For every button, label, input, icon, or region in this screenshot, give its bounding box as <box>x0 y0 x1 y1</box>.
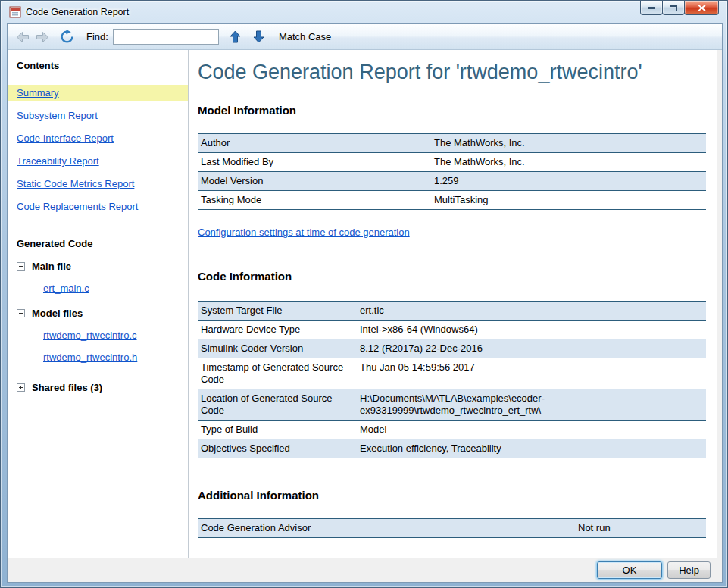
row-value: The MathWorks, Inc. <box>431 153 706 172</box>
maximize-icon <box>670 5 677 11</box>
table-row: Hardware Device Type Intel->x86-64 (Wind… <box>198 321 706 339</box>
table-row: Author The MathWorks, Inc. <box>198 134 706 153</box>
maximize-button[interactable] <box>662 1 685 15</box>
sidebar-item-subsystem-report[interactable]: Subsystem Report <box>8 108 188 124</box>
configuration-settings-row: Configuration settings at time of code g… <box>198 227 706 238</box>
client-area: Find: Match Case Contents Summ <box>7 23 723 583</box>
row-label: Author <box>198 134 431 153</box>
code-generation-report-window: Code Generation Report <box>0 0 728 588</box>
down-arrow-icon <box>253 30 264 43</box>
file-link-rtwdemo-rtwecintro-c[interactable]: rtwdemo_rtwecintro.c <box>43 330 137 341</box>
minimize-button[interactable] <box>640 1 663 15</box>
row-value: The MathWorks, Inc. <box>431 134 706 153</box>
contents-sidebar: Contents Summary Subsystem Report Code I… <box>8 50 189 558</box>
static-code-metrics-report-link[interactable]: Static Code Metrics Report <box>17 178 134 189</box>
find-toolbar: Find: Match Case <box>8 24 722 50</box>
code-interface-report-link[interactable]: Code Interface Report <box>17 133 114 144</box>
table-row: Timestamp of Generated Source Code Thu J… <box>198 358 706 389</box>
window-title: Code Generation Report <box>26 7 129 17</box>
code-information-table: System Target File ert.tlc Hardware Devi… <box>198 301 706 458</box>
table-row: System Target File ert.tlc <box>198 302 706 321</box>
find-label: Find: <box>86 31 108 42</box>
refresh-icon <box>60 30 74 44</box>
row-value: 8.12 (R2017a) 22-Dec-2016 <box>357 339 706 358</box>
row-label: Tasking Mode <box>198 191 431 210</box>
close-icon <box>698 5 706 11</box>
contents-links: Summary Subsystem Report Code Interface … <box>8 85 188 214</box>
code-replacements-report-link[interactable]: Code Replacements Report <box>17 201 138 212</box>
row-label: Last Modified By <box>198 153 431 172</box>
row-label: Code Generation Advisor <box>198 519 575 538</box>
row-label: Objectives Specified <box>198 439 357 458</box>
match-case-label: Match Case <box>279 31 331 42</box>
sidebar-item-code-replacements-report[interactable]: Code Replacements Report <box>8 199 188 214</box>
back-button[interactable] <box>14 28 32 46</box>
report-panel: Code Generation Report for 'rtwdemo_rtwe… <box>189 50 717 558</box>
minimize-icon <box>648 7 655 9</box>
row-value: MultiTasking <box>431 191 706 210</box>
tree-group-model-files: Model files <box>8 305 188 321</box>
tree-group-label: Model files <box>32 308 83 319</box>
row-value: Thu Jan 05 14:59:56 2017 <box>357 358 706 389</box>
row-value: ert.tlc <box>357 302 706 321</box>
table-row: Tasking Mode MultiTasking <box>198 191 706 210</box>
sidebar-item-summary[interactable]: Summary <box>8 85 188 101</box>
row-value: Not run <box>575 519 706 538</box>
row-label: Hardware Device Type <box>198 321 357 339</box>
table-row: Objectives Specified Execution efficienc… <box>198 439 706 458</box>
report-app-icon <box>9 6 21 18</box>
find-next-button[interactable] <box>250 28 268 46</box>
help-button[interactable]: Help <box>667 561 711 579</box>
up-arrow-icon <box>230 30 241 43</box>
table-row: Simulink Coder Version 8.12 (R2017a) 22-… <box>198 339 706 358</box>
row-label: System Target File <box>198 302 357 321</box>
expand-toggle-icon[interactable] <box>17 383 25 392</box>
row-label: Timestamp of Generated Source Code <box>198 358 357 389</box>
forward-button[interactable] <box>33 28 52 46</box>
find-previous-button[interactable] <box>227 28 245 46</box>
row-label: Type of Build <box>198 421 357 439</box>
additional-information-heading: Additional Information <box>198 489 706 502</box>
dialog-footer: OK Help <box>597 561 711 579</box>
table-row: Model Version 1.259 <box>198 172 706 191</box>
sidebar-item-static-code-metrics-report[interactable]: Static Code Metrics Report <box>8 176 188 192</box>
table-row: Type of Build Model <box>198 421 706 439</box>
table-row: Code Generation Advisor Not run <box>198 519 706 538</box>
file-link-ert-main-c[interactable]: ert_main.c <box>43 283 89 294</box>
row-value: H:\Documents\MATLAB\examples\ecoder-ex93… <box>357 389 706 421</box>
tree-group-label: Shared files (3) <box>32 382 102 393</box>
collapse-toggle-icon[interactable] <box>17 262 25 271</box>
close-button[interactable] <box>684 1 719 15</box>
sidebar-item-traceability-report[interactable]: Traceability Report <box>8 153 188 169</box>
collapse-toggle-icon[interactable] <box>17 309 25 317</box>
file-link-rtwdemo-rtwecintro-h[interactable]: rtwdemo_rtwecintro.h <box>43 352 137 363</box>
contents-heading: Contents <box>8 50 188 71</box>
refresh-button[interactable] <box>58 28 76 46</box>
configuration-settings-link[interactable]: Configuration settings at time of code g… <box>198 227 410 238</box>
additional-information-table: Code Generation Advisor Not run <box>198 518 706 538</box>
row-value: Model <box>357 421 706 439</box>
row-value: 1.259 <box>431 172 706 191</box>
summary-link[interactable]: Summary <box>17 87 59 99</box>
code-information-heading: Code Information <box>198 270 706 283</box>
generated-code-heading: Generated Code <box>8 230 188 249</box>
forward-arrow-icon <box>35 30 50 44</box>
row-label: Simulink Coder Version <box>198 339 357 358</box>
tree-group-shared-files: Shared files (3) <box>8 380 188 396</box>
row-value: Intel->x86-64 (Windows64) <box>357 321 706 339</box>
subsystem-report-link[interactable]: Subsystem Report <box>17 110 98 121</box>
model-information-table: Author The MathWorks, Inc. Last Modified… <box>198 133 706 210</box>
tree-file-row: ert_main.c <box>8 280 188 296</box>
model-information-heading: Model Information <box>198 104 706 117</box>
row-label: Location of Generated Source Code <box>198 389 357 421</box>
sidebar-item-code-interface-report[interactable]: Code Interface Report <box>8 130 188 146</box>
find-input[interactable] <box>113 29 219 45</box>
tree-file-row: rtwdemo_rtwecintro.c <box>8 327 188 343</box>
window-controls <box>641 1 719 15</box>
traceability-report-link[interactable]: Traceability Report <box>17 155 99 167</box>
row-label: Model Version <box>198 172 431 191</box>
titlebar[interactable]: Code Generation Report <box>1 1 727 23</box>
ok-button[interactable]: OK <box>597 561 662 579</box>
row-value: Execution efficiency, Traceability <box>357 439 706 458</box>
report-title: Code Generation Report for 'rtwdemo_rtwe… <box>198 61 706 84</box>
